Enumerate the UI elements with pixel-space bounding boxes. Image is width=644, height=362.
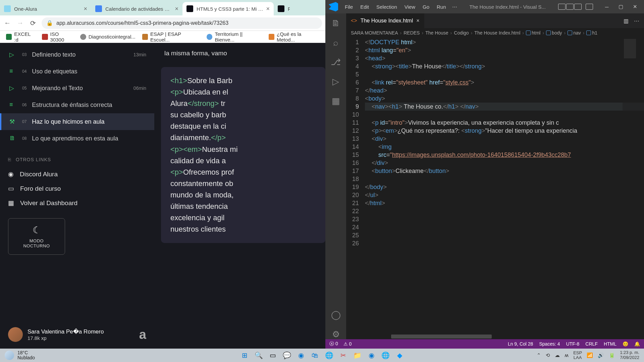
app-icon[interactable]: ◉ [295, 350, 307, 361]
bookmark[interactable]: ESAP | ESAP Escuel... [140, 30, 203, 44]
avatar[interactable] [8, 327, 23, 342]
encoding[interactable]: UTF-8 [566, 341, 580, 347]
explorer-icon[interactable]: 🗎 [331, 18, 341, 28]
bookmark[interactable]: ISO 30300 [39, 30, 76, 44]
search-icon[interactable]: ⌕ [331, 38, 341, 48]
editor-tabs: <> The House Index.html × ▥ ⋯ [346, 13, 644, 28]
vscode-taskbar-icon[interactable]: ◆ [394, 350, 405, 361]
more-actions-icon[interactable]: ⋯ [634, 18, 639, 24]
grid-icon: ▦ [8, 199, 14, 207]
minimize-button[interactable]: ─ [600, 1, 614, 12]
list-icon: ≡ [9, 68, 17, 75]
horizontal-scrollbar[interactable] [346, 335, 644, 339]
address-bar[interactable]: 🔒app.aluracursos.com/course/html5-css3-p… [42, 17, 322, 29]
start-button[interactable]: ⊞ [239, 350, 250, 361]
accounts-icon[interactable]: ◯ [331, 310, 341, 320]
store-icon[interactable]: 🛍 [309, 350, 321, 361]
list-icon: ≡ [9, 101, 17, 109]
close-tab-icon[interactable]: × [266, 5, 270, 12]
lesson-item[interactable]: ≡06Estructura de énfasis correcta [0, 97, 154, 113]
battery-icon[interactable]: 🔋 [609, 352, 615, 358]
antivirus-icon[interactable]: ʍ [565, 352, 569, 358]
lesson-item[interactable]: ▷05Mejorando el Texto06min [0, 80, 154, 97]
browser-tab[interactable]: Calendario de actividades del GR× [91, 2, 182, 15]
browser-tab-active[interactable]: HTML5 y CSS3 parte 1: Mi prime× [182, 2, 274, 15]
weather-widget[interactable]: 18°CNublado [5, 350, 35, 361]
menu-run[interactable]: Run [433, 2, 449, 12]
notifications-icon[interactable]: 🔔 [634, 341, 640, 347]
language-indicator[interactable]: ESPLAA [573, 351, 582, 360]
warnings-count[interactable]: ⚠ 0 [343, 341, 352, 347]
discord-link[interactable]: ◉Discord Alura [0, 167, 154, 181]
lesson-item[interactable]: ▷03Definiendo texto13min [0, 46, 154, 63]
snip-icon[interactable]: ✂ [337, 350, 349, 361]
minimap[interactable] [623, 38, 644, 335]
menu-bar: FileEditSelectionViewGoRun [341, 2, 449, 12]
chrome-icon[interactable]: 🌐 [323, 350, 335, 361]
activity-bar: 🗎 ⌕ ⎇ ▷ ▦ ◯ ⚙ [325, 13, 346, 339]
editor-tab-active[interactable]: <> The House Index.html × [346, 13, 424, 28]
status-bar: ⓧ 0 ⚠ 0 Ln 9, Col 28 Spaces: 4 UTF-8 CRL… [325, 339, 644, 349]
source-control-icon[interactable]: ⎇ [331, 57, 341, 67]
menu-overflow[interactable]: ⋯ [452, 4, 457, 10]
lesson-content: la misma forma, vamo <h1>Sobre la Barb<p… [154, 43, 325, 349]
bookmarks-bar: EXCEL :d ISO 30300 Diagnosticointegral..… [0, 31, 325, 43]
file-explorer-icon[interactable]: 📁 [352, 350, 363, 361]
menu-edit[interactable]: Edit [357, 2, 372, 12]
bookmark[interactable]: Diagnosticointegral... [77, 33, 138, 41]
layout-customize-icon[interactable] [586, 4, 593, 10]
user-xp: 17.8k xp [28, 335, 104, 341]
forum-link[interactable]: ▭Foro del curso [0, 181, 154, 196]
close-tab-icon[interactable]: × [84, 5, 87, 12]
errors-count[interactable]: ⓧ 0 [329, 341, 338, 347]
volume-icon[interactable]: 🔊 [598, 352, 604, 358]
browser-tab[interactable]: One-Alura× [0, 2, 91, 15]
language-mode[interactable]: HTML [604, 341, 616, 347]
task-view-button[interactable]: ▭ [267, 350, 278, 361]
bookmark[interactable]: EXCEL :d [3, 30, 38, 44]
chevron-up-icon[interactable]: ⌃ [537, 352, 541, 358]
lesson-item[interactable]: ≡04Uso de etiquetas [0, 63, 154, 80]
feedback-icon[interactable]: 😊 [623, 341, 628, 347]
clock[interactable]: 1:23 p. m.7/09/2022 [620, 350, 639, 360]
layout-controls[interactable] [558, 4, 582, 10]
reload-button[interactable]: ⟳ [29, 19, 37, 27]
run-debug-icon[interactable]: ▷ [331, 76, 341, 86]
cursor-position[interactable]: Ln 9, Col 28 [508, 341, 533, 347]
bookmark[interactable]: ¿Qué es la Metod... [266, 30, 322, 44]
weather-icon [5, 351, 14, 360]
maximize-button[interactable]: ▢ [614, 1, 628, 12]
menu-go[interactable]: Go [419, 2, 433, 12]
search-button[interactable]: 🔍 [253, 350, 264, 361]
lesson-item[interactable]: ⚒07Haz lo que hicimos en aula [0, 113, 154, 130]
tool-icon: ⚒ [9, 118, 17, 125]
indent-setting[interactable]: Spaces: 4 [539, 341, 560, 347]
eol[interactable]: CRLF [585, 341, 598, 347]
chat-icon[interactable]: 💬 [281, 350, 292, 361]
night-mode-toggle[interactable]: ☾ MODO NOCTURNO [8, 218, 65, 255]
menu-file[interactable]: File [341, 2, 356, 12]
back-button[interactable]: ← [3, 19, 11, 27]
menu-selection[interactable]: Selection [373, 2, 400, 12]
wifi-icon[interactable]: 📶 [587, 352, 593, 358]
lesson-item[interactable]: 🗎08Lo que aprendimos en esta aula [0, 130, 154, 147]
play-icon: ▷ [9, 84, 17, 92]
close-tab-icon[interactable]: × [416, 18, 419, 24]
edge-icon[interactable]: ◉ [366, 350, 377, 361]
onedrive-icon[interactable]: ☁ [555, 352, 560, 358]
extensions-icon[interactable]: ▦ [331, 96, 341, 106]
bookmark[interactable]: Territorium || Bienve... [204, 30, 265, 44]
breadcrumbs[interactable]: SARA MOMENTANEA›REDES›The House›Codigo›T… [346, 28, 644, 38]
menu-view[interactable]: View [401, 2, 419, 12]
chrome-profile-icon[interactable]: 🌐 [380, 350, 391, 361]
split-editor-icon[interactable]: ▥ [624, 18, 629, 24]
browser-tab[interactable]: Fo [274, 2, 294, 15]
code-editor[interactable]: 1234567891011121314151617181920212223242… [346, 38, 644, 335]
moon-icon: ☾ [16, 225, 57, 236]
forward-button[interactable]: → [16, 19, 24, 27]
close-button[interactable]: ✕ [628, 1, 642, 12]
settings-icon[interactable]: ⚙ [331, 329, 341, 339]
close-tab-icon[interactable]: × [175, 5, 178, 12]
sync-icon[interactable]: ⟲ [546, 352, 550, 358]
dashboard-link[interactable]: ▦Volver al Dashboard [0, 196, 154, 210]
